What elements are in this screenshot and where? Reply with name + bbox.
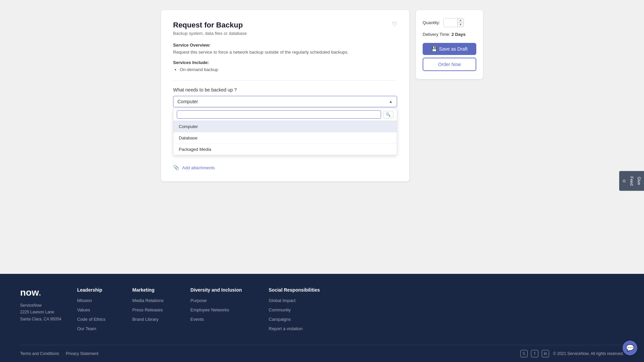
quantity-input: 1 ▲ ▼	[443, 18, 464, 27]
quantity-row: Quantity: 1 ▲ ▼	[423, 18, 476, 27]
attachment-icon: 📎	[173, 165, 179, 171]
dropdown-option-packaged-media[interactable]: Packaged Media	[173, 144, 397, 155]
services-label: Services Include:	[173, 60, 397, 65]
feedback-label-2: Feed	[629, 176, 634, 185]
delivery-row: Delivery Time: 2 Days	[423, 32, 476, 37]
quantity-spinner: ▲ ▼	[457, 18, 464, 27]
page-title: Request for Backup	[173, 21, 243, 29]
overview-text: Request this service to force a network …	[173, 50, 397, 55]
add-attachments-button[interactable]: 📎 Add attachments	[173, 165, 397, 171]
sidebar-card: Quantity: 1 ▲ ▼ Delivery Time: 2 Days 💾 …	[416, 10, 483, 79]
dropdown-popup: 🔍 Computer Database Packaged Media	[173, 108, 397, 155]
footer-col-leadership: Leadership Mission Values Code of Ethics…	[77, 287, 106, 335]
footer-col-marketing-links: Media Relations Press Releases Brand Lib…	[132, 297, 164, 322]
dropdown-search-row: 🔍	[173, 108, 397, 121]
feedback-button[interactable]: Give Feed ⊙	[619, 171, 644, 191]
footer-col-leadership-links: Mission Values Code of Ethics Our Team	[77, 297, 106, 331]
footer-link-campaigns[interactable]: Campaigns	[269, 317, 291, 322]
chat-bubble-button[interactable]: 💬	[623, 341, 637, 355]
quantity-field[interactable]: 1	[444, 19, 457, 26]
footer-link-employee-networks[interactable]: Employee Networks	[191, 307, 229, 312]
facebook-icon[interactable]: f	[531, 350, 538, 357]
dropdown-option-computer[interactable]: Computer	[173, 121, 397, 132]
dropdown-search-button[interactable]: 🔍	[383, 111, 393, 118]
footer-col-leadership-heading: Leadership	[77, 287, 106, 293]
order-now-button[interactable]: Order Now	[423, 58, 476, 71]
footer-link-our-team[interactable]: Our Team	[77, 326, 96, 331]
footer-col-social-links: Global Impact Community Campaigns Report…	[269, 297, 320, 331]
overview-label: Service Overview:	[173, 43, 397, 48]
spinner-down-button[interactable]: ▼	[458, 23, 464, 27]
footer-link-community[interactable]: Community	[269, 307, 291, 312]
footer-bottom-right: 𝕏 f in © 2021 ServiceNow. All rights res…	[520, 350, 624, 357]
delivery-label: Delivery Time:	[423, 32, 450, 37]
dropdown-search-input[interactable]	[177, 110, 381, 119]
privacy-link[interactable]: Privacy Statement	[66, 351, 98, 356]
delivery-value: 2 Days	[451, 32, 466, 37]
footer-bottom: Terms and Conditions Privacy Statement 𝕏…	[20, 345, 624, 362]
dropdown-selected[interactable]: Computer ▲	[173, 96, 397, 107]
footer-link-global-impact[interactable]: Global Impact	[269, 298, 296, 303]
footer-bottom-links: Terms and Conditions Privacy Statement	[20, 351, 98, 356]
divider	[173, 80, 397, 80]
footer-link-code-of-ethics[interactable]: Code of Ethics	[77, 317, 106, 322]
footer-col-diversity-heading: Diversity and Inclusion	[191, 287, 242, 293]
footer: now. ServiceNow 2225 Lawson Lane Santa C…	[0, 274, 644, 362]
footer-col-marketing: Marketing Media Relations Press Releases…	[132, 287, 164, 335]
feedback-icon: ⊙	[622, 179, 627, 183]
footer-company-name: ServiceNow 2225 Lawson Lane Santa Clara,…	[20, 302, 64, 322]
footer-link-media-relations[interactable]: Media Relations	[132, 298, 164, 303]
services-list: On-demand backup	[173, 67, 397, 72]
quantity-label: Quantity:	[423, 20, 440, 25]
twitter-icon[interactable]: 𝕏	[520, 350, 528, 357]
terms-link[interactable]: Terms and Conditions	[20, 351, 59, 356]
spinner-up-button[interactable]: ▲	[458, 18, 464, 23]
chat-icon: 💬	[626, 344, 634, 352]
dropdown-wrapper: Computer ▲ 🔍 Computer Database Packaged …	[173, 96, 397, 155]
footer-logo: now.	[20, 287, 64, 298]
footer-col-social: Social Responsibilities Global Impact Co…	[269, 287, 320, 335]
footer-link-values[interactable]: Values	[77, 307, 90, 312]
add-attachments-label: Add attachments	[182, 165, 215, 170]
copyright-text: © 2021 ServiceNow. All rights reserved.	[553, 351, 624, 356]
order-now-label: Order Now	[438, 62, 461, 67]
footer-link-purpose[interactable]: Purpose	[191, 298, 207, 303]
main-card: Request for Backup ♡ Backup system, data…	[161, 10, 409, 181]
footer-link-mission[interactable]: Mission	[77, 298, 92, 303]
linkedin-icon[interactable]: in	[542, 350, 549, 357]
what-label: What needs to be backed up ?	[173, 87, 397, 93]
dropdown-options: Computer Database Packaged Media	[173, 121, 397, 155]
dropdown-value: Computer	[177, 99, 198, 104]
save-draft-button[interactable]: 💾 Save as Draft	[423, 43, 476, 55]
footer-link-press-releases[interactable]: Press Releases	[132, 307, 163, 312]
feedback-label: Give	[637, 177, 641, 185]
footer-link-events[interactable]: Events	[191, 317, 204, 322]
dropdown-option-database[interactable]: Database	[173, 132, 397, 144]
footer-link-brand-library[interactable]: Brand Library	[132, 317, 159, 322]
save-icon: 💾	[431, 46, 437, 52]
footer-col-social-heading: Social Responsibilities	[269, 287, 320, 293]
favorite-icon[interactable]: ♡	[392, 21, 397, 28]
dropdown-arrow-icon: ▲	[389, 99, 393, 104]
save-draft-label: Save as Draft	[439, 46, 468, 52]
footer-brand: now. ServiceNow 2225 Lawson Lane Santa C…	[20, 287, 64, 335]
card-subtitle: Backup system, data files or database	[173, 31, 397, 36]
footer-columns: Leadership Mission Values Code of Ethics…	[77, 287, 624, 335]
footer-col-diversity: Diversity and Inclusion Purpose Employee…	[191, 287, 242, 335]
footer-col-diversity-links: Purpose Employee Networks Events	[191, 297, 242, 322]
social-icons: 𝕏 f in	[520, 350, 549, 357]
footer-col-marketing-heading: Marketing	[132, 287, 164, 293]
list-item: On-demand backup	[180, 67, 397, 72]
footer-link-report-violation[interactable]: Report a violation	[269, 326, 303, 331]
